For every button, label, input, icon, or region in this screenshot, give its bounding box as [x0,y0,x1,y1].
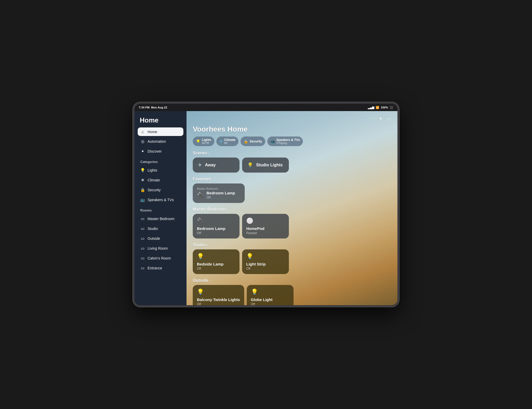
top-dots: · · · [285,116,295,121]
globe-light-sub: Off [251,302,289,305]
sidebar-outside-label: Outside [148,236,160,241]
bedside-lamp-card[interactable]: 💡 Bedside Lamp Off [193,249,240,274]
more-button[interactable]: ⋯ [387,116,391,121]
studio-lights-icon: 💡 [247,162,253,168]
app-container: Home ⌂ Home ◎ Automation ✦ Discover Cate… [135,111,397,305]
light-strip-card[interactable]: 💡 Light Strip Off [242,249,289,274]
outside-title: Outside [193,278,208,283]
security-icon: 🔒 [140,188,145,192]
pill-security[interactable]: 🔒 Security [241,137,265,146]
globe-light-icon: 💡 [251,289,289,295]
sidebar-title: Home [138,116,183,124]
sidebar-item-discover[interactable]: ✦ Discover [138,147,183,156]
pill-speakers[interactable]: 📺 Speakers & TVs 3 Playing [267,137,303,146]
sidebar-item-automation[interactable]: ◎ Automation [138,137,183,146]
status-left: 7:34 PM Mon Aug 22 [139,106,167,109]
sidebar-item-living-room[interactable]: ▭ Living Room [138,244,183,253]
master-bedroom-grid: 🔌 Bedroom Lamp Off ⚪ HomePod Paused [193,214,391,238]
scene-away[interactable]: ✈ Away [193,158,240,173]
battery-icon: ⬛ [390,106,393,109]
ipad-frame: 7:34 PM Mon Aug 22 ▂▄▆ 📶 100% ⬛ Home ⌂ H… [133,102,399,307]
pill-speakers-sub: 3 Playing [276,142,300,145]
sidebar-lights-label: Lights [148,168,157,172]
scenes-arrow[interactable]: › [208,151,210,155]
scene-studio-lights[interactable]: 💡 Studio Lights [242,158,289,173]
sidebar-item-lights[interactable]: 💡 Lights [138,166,183,175]
fav-bedroom-lamp[interactable]: Master Bedroom 🔌 Bedroom Lamp Off [193,183,245,203]
pill-climate[interactable]: ❄ Climate 86° [216,137,238,146]
bedroom-lamp-icon: 🔌 [197,217,235,224]
sidebar-item-entrance[interactable]: ▭ Entrance [138,264,183,272]
time: 7:34 PM [139,106,150,109]
category-pills: 💡 Lights All Off ❄ Climate 86° [193,137,391,146]
lights-icon: 💡 [140,168,145,173]
studio-title: Studio [193,243,206,247]
scene-studio-lights-label: Studio Lights [256,163,283,167]
climate-icon: ❄ [140,178,145,182]
bedside-lamp-label: Bedside Lamp [197,262,235,266]
scenes-title: Scenes [193,151,207,155]
master-bedroom-arrow[interactable]: › [227,207,228,212]
battery: 100% [381,106,388,109]
homepod-master-card[interactable]: ⚪ HomePod Paused [242,214,289,238]
sidebar-climate-label: Climate [148,178,160,182]
sidebar-entrance-label: Entrance [148,266,162,270]
favorites-title: Favorites [193,177,211,181]
sidebar-speakers-label: Speakers & TVs [148,198,174,202]
status-bar: 7:34 PM Mon Aug 22 ▂▄▆ 📶 100% ⬛ [135,104,397,111]
add-button[interactable]: + [379,115,382,122]
bedroom-lamp-sub: Off [197,231,235,235]
pill-climate-sub: 86° [224,142,235,145]
sidebar-item-studio[interactable]: ▭ Studio [138,224,183,233]
light-strip-sub: Off [246,267,285,270]
globe-light-card[interactable]: 💡 Globe Light Off [247,285,294,305]
sidebar-home-label: Home [148,130,157,134]
studio-arrow[interactable]: › [207,243,208,247]
room-calvins-room-icon: ▭ [140,256,145,261]
balcony-lights-card[interactable]: 💡 Balcony Twinkle Lights Off [193,285,244,305]
room-entrance-icon: ▭ [140,266,145,270]
light-strip-icon: 💡 [246,253,285,260]
home-icon: ⌂ [140,129,145,134]
sidebar-master-bedroom-label: Master Bedroom [148,217,174,221]
discover-icon: ✦ [140,149,145,154]
sidebar-item-home[interactable]: ⌂ Home [138,127,183,136]
sidebar-living-room-label: Living Room [148,246,168,250]
pill-lights-sub: All Off [202,142,211,145]
sidebar-item-climate[interactable]: ❄ Climate [138,176,183,185]
room-living-room-icon: ▭ [140,246,145,251]
bedside-lamp-icon: 💡 [197,253,235,260]
master-bedroom-title: Master Bedroom [193,207,225,212]
studio-header: Studio › [193,243,391,247]
categories-title: Categories [138,157,183,165]
pill-security-label: Security [250,140,262,143]
pill-speakers-label: Speakers & TVs [276,138,300,142]
sidebar-security-label: Security [148,188,161,192]
pill-lights[interactable]: 💡 Lights All Off [193,137,214,146]
pill-security-icon: 🔒 [244,139,248,144]
page-title: Voorhees Home [193,125,391,133]
automation-icon: ◎ [140,139,145,144]
sidebar-studio-label: Studio [148,227,158,231]
speakers-icon: 📺 [140,197,145,202]
sidebar-item-master-bedroom[interactable]: ▭ Master Bedroom [138,214,183,223]
bedroom-lamp-card[interactable]: 🔌 Bedroom Lamp Off [193,214,240,238]
homepod-master-label: HomePod [246,226,285,231]
outside-arrow[interactable]: › [209,278,211,283]
pill-climate-icon: ❄ [220,139,223,144]
globe-light-label: Globe Light [251,297,289,302]
wifi-icon: 📶 [376,106,379,109]
pill-climate-label: Climate [224,138,235,142]
sidebar-item-security[interactable]: 🔒 Security [138,186,183,194]
sidebar-item-calvins-room[interactable]: ▭ Calvin's Room [138,254,183,263]
waveform-icon[interactable]: 𝄖 [371,116,375,121]
sidebar-item-outside[interactable]: ▭ Outside [138,234,183,243]
top-bar: · · · 𝄖 + ⋯ [193,115,391,122]
light-strip-label: Light Strip [246,262,285,266]
bedroom-lamp-label: Bedroom Lamp [197,226,235,231]
pill-speakers-icon: 📺 [270,139,275,144]
sidebar-item-speakers[interactable]: 📺 Speakers & TVs [138,195,183,204]
sidebar-calvins-room-label: Calvin's Room [148,256,171,260]
outside-grid: 💡 Balcony Twinkle Lights Off 💡 Globe Lig… [193,285,391,305]
sidebar-discover-label: Discover [148,149,162,153]
